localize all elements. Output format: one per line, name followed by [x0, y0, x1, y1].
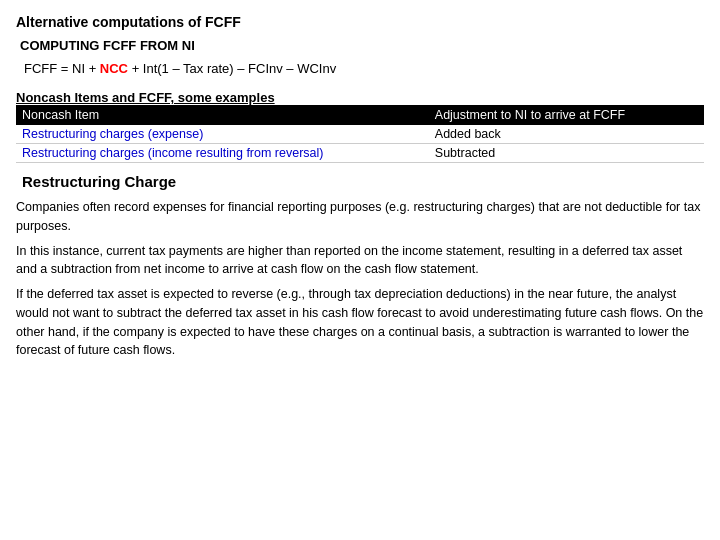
page-container: Alternative computations of FCFF COMPUTI…	[0, 0, 720, 540]
formula-line: FCFF = NI + NCC + Int(1 – Tax rate) – FC…	[24, 61, 704, 76]
noncash-section-title: Noncash Items and FCFF, some examples	[16, 90, 704, 105]
paragraph-2: In this instance, current tax payments a…	[16, 242, 704, 280]
table-cell-adjustment-1: Added back	[429, 125, 704, 144]
noncash-table: Noncash Item Adjustment to NI to arrive …	[16, 105, 704, 163]
table-cell-item-2: Restructuring charges (income resulting …	[16, 144, 429, 163]
paragraph-3: If the deferred tax asset is expected to…	[16, 285, 704, 360]
main-title: Alternative computations of FCFF	[16, 14, 704, 30]
formula-prefix: FCFF = NI +	[24, 61, 100, 76]
table-header-col2: Adjustment to NI to arrive at FCFF	[429, 105, 704, 125]
table-cell-item-1: Restructuring charges (expense)	[16, 125, 429, 144]
table-header-row: Noncash Item Adjustment to NI to arrive …	[16, 105, 704, 125]
formula-suffix: + Int(1 – Tax rate) – FCInv – WCInv	[128, 61, 336, 76]
body-text: Companies often record expenses for fina…	[16, 198, 704, 360]
table-row: Restructuring charges (income resulting …	[16, 144, 704, 163]
formula-ncc: NCC	[100, 61, 128, 76]
restructuring-heading: Restructuring Charge	[22, 173, 704, 190]
sub-title: COMPUTING FCFF FROM NI	[20, 38, 704, 53]
table-cell-adjustment-2: Subtracted	[429, 144, 704, 163]
table-row: Restructuring charges (expense) Added ba…	[16, 125, 704, 144]
paragraph-1: Companies often record expenses for fina…	[16, 198, 704, 236]
table-header-col1: Noncash Item	[16, 105, 429, 125]
